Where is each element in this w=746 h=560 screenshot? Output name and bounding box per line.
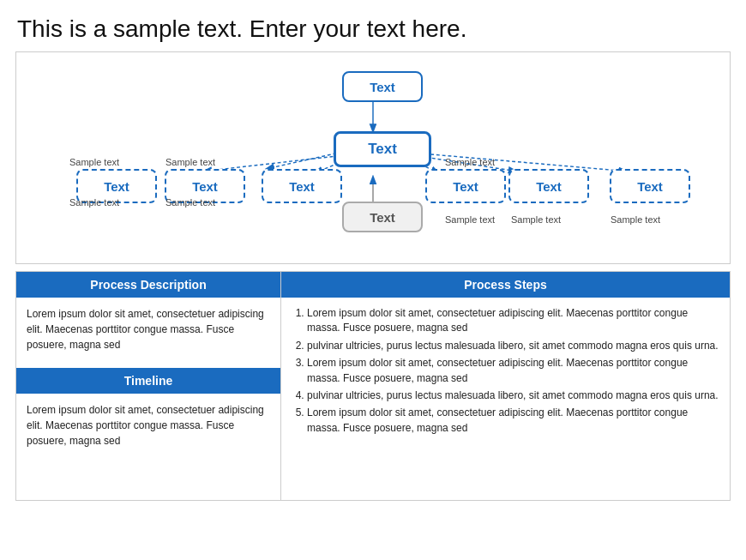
node-n3: Text [262, 169, 342, 203]
bottom-section: Process Description Lorem ipsum dolor si… [15, 271, 731, 501]
sample-label-4: Sample text [511, 214, 561, 225]
process-description-body: Lorem ipsum dolor sit amet, consectetuer… [16, 298, 280, 361]
main-title: This is a sample text. Enter your text h… [0, 0, 746, 51]
left-panel: Process Description Lorem ipsum dolor si… [15, 271, 281, 501]
process-steps-list: Lorem ipsum dolor sit amet, consectetuer… [292, 306, 719, 436]
diagram-container: Text Text Text Text Text Text Text Text [25, 64, 721, 255]
timeline-header: Timeline [16, 368, 280, 394]
process-step-item: Lorem ipsum dolor sit amet, consectetuer… [307, 356, 719, 386]
sample-label-8: Sample text [445, 157, 495, 167]
sample-label-3: Sample text [445, 214, 495, 225]
bottom-center-node: Text [342, 202, 423, 232]
node-n4: Text [425, 169, 506, 203]
svg-line-1 [267, 152, 342, 168]
process-steps-header: Process Steps [281, 272, 730, 298]
process-step-item: pulvinar ultricies, purus lectus malesua… [307, 388, 719, 403]
sample-label-6: Sample text [69, 157, 119, 167]
diagram-section: Text Text Text Text Text Text Text Text [15, 51, 731, 264]
sample-label-1: Sample text [69, 197, 119, 208]
sample-label-2: Sample text [165, 197, 215, 208]
process-description-header: Process Description [16, 272, 280, 298]
process-steps-body: Lorem ipsum dolor sit amet, consectetuer… [281, 298, 730, 447]
node-n5: Text [508, 169, 589, 203]
top-node: Text [342, 71, 423, 102]
sample-label-7: Sample text [165, 157, 215, 167]
center-node: Text [334, 131, 431, 167]
timeline-body: Lorem ipsum dolor sit amet, consectetuer… [16, 394, 280, 457]
process-step-item: Lorem ipsum dolor sit amet, consectetuer… [307, 306, 719, 336]
right-panel: Process Steps Lorem ipsum dolor sit amet… [281, 271, 731, 501]
sample-label-5: Sample text [611, 214, 660, 225]
process-step-item: pulvinar ultricies, purus lectus malesua… [307, 339, 719, 353]
node-n6: Text [610, 169, 690, 203]
process-step-item: Lorem ipsum dolor sit amet, consectetuer… [307, 406, 719, 436]
